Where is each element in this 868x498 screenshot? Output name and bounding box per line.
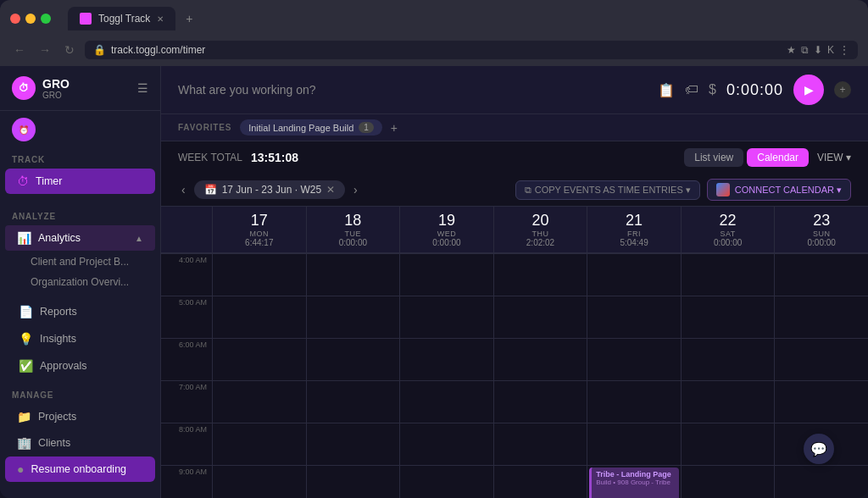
time-cell-4am-5[interactable] (681, 253, 775, 296)
time-cell-6am-5[interactable] (681, 338, 775, 380)
address-bar-row: ← → ↻ 🔒 track.toggl.com/timer ★ ⧉ ⬇ K ⋮ (10, 37, 858, 66)
time-cell-5am-2[interactable] (399, 296, 493, 338)
sidebar-item-client-project[interactable]: Client and Project B... (0, 252, 160, 272)
folder-icon[interactable]: 📋 (658, 82, 675, 98)
next-week-button[interactable]: › (350, 181, 361, 198)
time-cell-8am-5[interactable] (681, 423, 775, 465)
time-cell-6am-3[interactable] (493, 338, 587, 380)
dollar-icon[interactable]: $ (709, 82, 716, 97)
time-cell-6am-1[interactable] (306, 338, 400, 380)
time-cell-9am-6[interactable] (774, 465, 868, 498)
calendar-view-button[interactable]: Calendar (747, 148, 809, 167)
projects-label: Projects (38, 411, 76, 423)
clear-week-button[interactable]: ✕ (326, 184, 335, 196)
approvals-label: Approvals (40, 360, 87, 372)
back-button[interactable]: ← (10, 42, 29, 58)
time-cell-9am-2[interactable] (399, 465, 493, 498)
maximize-button[interactable] (41, 14, 51, 24)
time-cell-8am-2[interactable] (399, 423, 493, 465)
time-cell-7am-2[interactable] (399, 380, 493, 423)
add-favorite-button[interactable]: + (391, 121, 398, 135)
bookmark-icon[interactable]: ★ (787, 44, 796, 56)
tab-close-button[interactable]: ✕ (157, 14, 164, 24)
timer-input[interactable]: What are you working on? (178, 83, 648, 97)
time-cell-4am-4[interactable] (587, 253, 681, 296)
time-cell-9am-3[interactable] (493, 465, 587, 498)
new-tab-button[interactable]: + (179, 7, 199, 30)
day-name-2: WED (407, 230, 487, 238)
sidebar-item-clients[interactable]: 🏢 Clients (5, 430, 155, 456)
time-cell-7am-3[interactable] (493, 380, 587, 423)
add-entry-button[interactable]: + (834, 81, 851, 98)
time-cell-7am-6[interactable] (774, 380, 868, 423)
minimize-button[interactable] (25, 14, 36, 24)
sidebar-item-reports-row[interactable]: 📄 Reports (12, 299, 148, 324)
time-cell-4am-0[interactable] (212, 253, 306, 296)
sidebar-item-analytics[interactable]: 📊 Analytics ▲ (5, 225, 155, 251)
time-cell-8am-1[interactable] (306, 423, 400, 465)
connect-cal-label: CONNECT CALENDAR ▾ (735, 185, 842, 196)
time-cell-6am-2[interactable] (399, 338, 493, 380)
sidebar-toggle-icon[interactable]: ☰ (137, 81, 148, 95)
extensions-icon[interactable]: ⧉ (801, 44, 809, 56)
time-grid: 4:00 AM 5:00 AM (161, 253, 868, 498)
sidebar-item-org-overview[interactable]: Organization Overvi... (0, 272, 160, 292)
forward-button[interactable]: → (36, 42, 54, 58)
time-cell-5am-1[interactable] (306, 296, 400, 338)
time-label-5am: 5:00 AM (161, 296, 212, 338)
time-cell-7am-4[interactable] (587, 380, 681, 423)
time-cell-8am-3[interactable] (493, 423, 587, 465)
time-cell-5am-5[interactable] (681, 296, 775, 338)
day-header-5: 22 SAT 0:00:00 (681, 207, 775, 252)
time-cell-6am-6[interactable] (774, 338, 868, 380)
time-cell-8am-0[interactable] (212, 423, 306, 465)
sidebar-item-approvals-row[interactable]: ✅ Approvals (12, 353, 148, 379)
time-cell-8am-4[interactable] (587, 423, 681, 465)
play-button[interactable]: ▶ (793, 75, 824, 105)
favorite-chip[interactable]: Initial Landing Page Build 1 (240, 119, 382, 136)
time-cell-5am-3[interactable] (493, 296, 587, 338)
prev-week-button[interactable]: ‹ (178, 181, 189, 198)
close-button[interactable] (10, 14, 20, 24)
sidebar-item-timer[interactable]: ⏱ Timer (5, 169, 155, 194)
time-cell-5am-6[interactable] (774, 296, 868, 338)
time-cell-5am-4[interactable] (587, 296, 681, 338)
analytics-icon: 📊 (17, 231, 31, 245)
time-cell-4am-3[interactable] (493, 253, 587, 296)
time-cell-7am-0[interactable] (212, 380, 306, 423)
time-cell-6am-4[interactable] (587, 338, 681, 380)
time-cell-9am-4[interactable]: Tribe - Landing Page Build • 908 Group -… (587, 465, 681, 498)
tag-icon[interactable]: 🏷 (685, 82, 698, 97)
sidebar-item-insights-row[interactable]: 💡 Insights (12, 326, 148, 351)
day-name-4: FRI (594, 230, 674, 238)
list-view-button[interactable]: List view (684, 148, 743, 167)
time-cell-9am-5[interactable] (681, 465, 775, 498)
download-icon[interactable]: ⬇ (814, 44, 822, 56)
chat-fab-button[interactable]: 💬 (804, 434, 834, 464)
time-cell-9am-0[interactable] (212, 465, 306, 498)
time-cell-5am-0[interactable] (212, 296, 306, 338)
clients-icon: 🏢 (17, 436, 31, 450)
copy-events-button[interactable]: ⧉ COPY EVENTS AS TIME ENTRIES ▾ (515, 180, 700, 200)
time-cell-9am-1[interactable] (306, 465, 400, 498)
time-cell-4am-2[interactable] (399, 253, 493, 296)
profile-icon[interactable]: K (827, 44, 834, 56)
address-bar[interactable]: 🔒 track.toggl.com/timer ★ ⧉ ⬇ K ⋮ (85, 41, 858, 59)
reload-button[interactable]: ↻ (61, 42, 78, 58)
time-cell-4am-6[interactable] (774, 253, 868, 296)
reports-item[interactable]: 📄 Reports (0, 299, 160, 326)
insights-item[interactable]: 💡 Insights (0, 326, 160, 353)
view-more-button[interactable]: VIEW ▾ (817, 152, 851, 163)
active-tab[interactable]: Toggl Track ✕ (68, 7, 175, 30)
sidebar-item-resume[interactable]: ● Resume onboarding (5, 456, 155, 482)
time-cell-7am-5[interactable] (681, 380, 775, 423)
sidebar-item-projects[interactable]: 📁 Projects (5, 404, 155, 429)
time-cell-6am-0[interactable] (212, 338, 306, 380)
menu-icon[interactable]: ⋮ (839, 44, 849, 56)
avatar-icon[interactable]: ⏰ (12, 118, 36, 141)
approvals-item[interactable]: ✅ Approvals (0, 353, 160, 380)
time-cell-4am-1[interactable] (306, 253, 400, 296)
event-card-tribe[interactable]: Tribe - Landing Page Build • 908 Group -… (589, 468, 679, 498)
time-cell-7am-1[interactable] (306, 380, 400, 423)
connect-calendar-button[interactable]: CONNECT CALENDAR ▾ (707, 179, 851, 201)
